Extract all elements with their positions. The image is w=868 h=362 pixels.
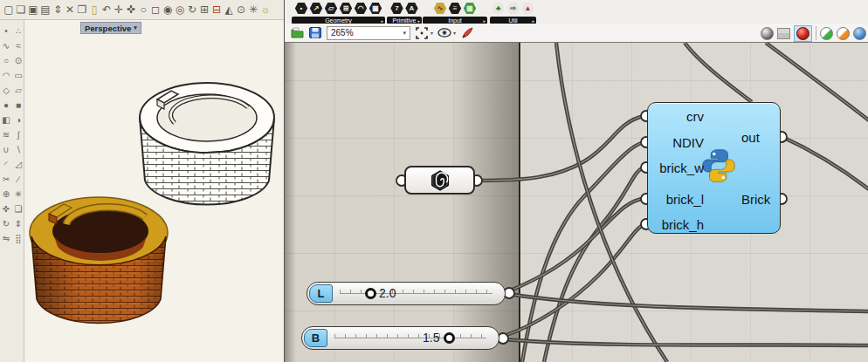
rotate-view-icon[interactable]: ↻ xyxy=(186,2,198,17)
sphere-tool-icon[interactable]: ● xyxy=(0,98,12,113)
slider-knob-L[interactable] xyxy=(365,288,376,299)
curve-parameter-component[interactable] xyxy=(404,166,475,195)
paste-from-clipboard-icon[interactable]: ▯ xyxy=(88,2,100,17)
sketch-quill-icon[interactable] xyxy=(460,26,474,39)
analyze-icon[interactable]: ◭ xyxy=(223,2,235,17)
panel-icon[interactable]: ≡ xyxy=(449,3,462,15)
lamp-light-icon[interactable]: ☼ xyxy=(259,2,272,17)
surface-tool-icon[interactable]: ▱ xyxy=(12,83,24,98)
chevron-down-icon[interactable]: ▾ xyxy=(453,30,456,36)
curve-tool-icon[interactable]: ∿ xyxy=(0,38,12,53)
expand-icon[interactable]: ▸ xyxy=(417,18,420,24)
join-tool-icon[interactable]: ⊕ xyxy=(0,187,12,201)
object-snap-icon[interactable]: ✳ xyxy=(247,2,259,17)
python-input-brick_h[interactable]: brick_h xyxy=(655,217,704,232)
zoom-dynamic-icon[interactable]: ○ xyxy=(137,2,149,17)
shaded-sphere-icon[interactable] xyxy=(761,27,774,40)
revolve-tool-icon[interactable]: ◑ xyxy=(12,113,24,127)
blue-ball-icon[interactable] xyxy=(853,27,866,40)
boolean-union-tool-icon[interactable]: ∪ xyxy=(0,142,12,157)
boolean-difference-tool-icon[interactable]: ∖ xyxy=(12,142,24,157)
rectangle-tool-icon[interactable]: ▭ xyxy=(12,68,24,83)
relay-icon[interactable]: ⇨ xyxy=(506,3,520,15)
ellipse-tool-icon[interactable]: ⊙ xyxy=(12,53,24,68)
save-file-icon[interactable]: ▣ xyxy=(27,2,39,17)
number-slider-B[interactable]: B1.5 xyxy=(301,326,499,350)
copy-to-clipboard-icon[interactable]: ❐ xyxy=(76,2,88,17)
slider-knob-B[interactable] xyxy=(444,332,455,344)
vector-hex-icon[interactable]: ↗ xyxy=(310,3,323,15)
python-input-brick_l[interactable]: brick_l xyxy=(655,192,704,207)
chevron-down-icon[interactable]: ▾ xyxy=(431,30,433,36)
tree-icon[interactable]: ♣ xyxy=(492,3,505,15)
grasshopper-canvas[interactable]: crvNDIVbrick_wbrick_lbrick_houtBrick L2.… xyxy=(285,43,868,362)
canvas-zoom-select[interactable]: 265% ▾ xyxy=(327,26,410,40)
red-gem-toggle-selected[interactable] xyxy=(794,25,812,42)
grid-hex-icon[interactable]: ⊞ xyxy=(340,3,353,15)
loft-tool-icon[interactable]: ≋ xyxy=(0,127,12,142)
curvature-circle-icon[interactable]: ⊙ xyxy=(235,2,247,17)
zoom-window-icon[interactable]: ◻ xyxy=(149,2,162,17)
rotate-tool-icon[interactable]: ↻ xyxy=(0,216,12,231)
green-ball-icon[interactable] xyxy=(820,27,833,40)
zoom-extents-icon[interactable] xyxy=(415,26,429,39)
move-icon[interactable]: ✜ xyxy=(125,2,137,17)
python-script-component[interactable]: crvNDIVbrick_wbrick_lbrick_houtBrick xyxy=(647,102,781,234)
mirror-tool-icon[interactable]: ⇋ xyxy=(0,231,12,246)
curve-hex-icon[interactable]: ◠ xyxy=(355,3,368,15)
python-input-brick_w[interactable]: brick_w xyxy=(655,161,704,175)
integer-hex-icon[interactable]: 7 xyxy=(390,3,403,15)
python-input-NDIV[interactable]: NDIV xyxy=(655,135,704,150)
zoom-selected-icon[interactable]: ◉ xyxy=(162,2,174,17)
slider-track[interactable]: 1.5 xyxy=(334,327,486,349)
text-hex-icon[interactable]: A xyxy=(405,3,418,15)
chamfer-tool-icon[interactable]: ◿ xyxy=(12,157,24,172)
delete-icon[interactable]: ✕ xyxy=(64,2,76,17)
python-output-out[interactable]: out xyxy=(741,130,760,145)
grid-snap-icon[interactable]: ⊞ xyxy=(198,2,210,17)
zoom-extents-icon[interactable]: ◎ xyxy=(174,2,186,17)
explode-tool-icon[interactable]: ✳ xyxy=(12,187,24,201)
box-tool-icon[interactable]: ■ xyxy=(12,98,24,113)
orange-ball-icon[interactable] xyxy=(837,27,850,40)
sweep-tool-icon[interactable]: ∫ xyxy=(12,127,24,142)
wireframe-box-icon[interactable] xyxy=(777,28,790,39)
python-output-Brick[interactable]: Brick xyxy=(741,192,770,207)
flask-icon[interactable]: ▲ xyxy=(521,3,534,15)
python-input-crv[interactable]: crv xyxy=(655,109,704,124)
render-preview-icon[interactable]: ⊟ xyxy=(210,2,223,17)
undo-icon[interactable]: ↶ xyxy=(100,2,113,17)
slider-track[interactable]: 2.0 xyxy=(340,283,493,304)
print-icon[interactable]: ▤ xyxy=(39,2,52,17)
expand-icon[interactable]: ▸ xyxy=(532,18,534,24)
move-tool-icon[interactable]: ✜ xyxy=(0,201,12,216)
extrude-tool-icon[interactable]: ◧ xyxy=(0,113,12,127)
point-hex-icon[interactable]: • xyxy=(295,3,308,15)
expand-icon[interactable]: ▸ xyxy=(483,18,486,24)
pan-view-icon[interactable]: ✛ xyxy=(113,2,125,17)
array-tool-icon[interactable]: ⣿ xyxy=(12,231,24,246)
save-definition-icon[interactable] xyxy=(308,26,322,39)
polygon-tool-icon[interactable]: ◇ xyxy=(0,83,12,98)
mesh-hex-icon[interactable]: ▦ xyxy=(369,3,382,15)
new-document-icon[interactable]: ▢ xyxy=(3,2,15,17)
fillet-tool-icon[interactable]: ◜ xyxy=(0,157,12,172)
point-cloud-tool-icon[interactable]: ∴ xyxy=(12,24,24,38)
plane-hex-icon[interactable]: ▱ xyxy=(325,3,338,15)
export-selected-icon[interactable]: ⇕ xyxy=(52,2,64,17)
expand-icon[interactable]: ▸ xyxy=(381,18,383,24)
interpolate-curve-tool-icon[interactable]: ≈ xyxy=(12,38,24,53)
viewport-tab-perspective[interactable]: Perspective ▾ xyxy=(80,22,141,34)
number-slider-L[interactable]: L2.0 xyxy=(307,282,506,305)
number-slider-icon[interactable]: ∿ xyxy=(434,3,447,15)
split-tool-icon[interactable]: ∕ xyxy=(12,172,24,187)
copy-tool-icon[interactable]: ❏ xyxy=(12,201,24,216)
open-file-icon[interactable]: ❏ xyxy=(15,2,27,17)
scale-tool-icon[interactable]: ⇕ xyxy=(12,216,24,231)
colour-swatch-icon[interactable]: ▦ xyxy=(464,3,477,15)
circle-tool-icon[interactable]: ○ xyxy=(0,53,12,68)
rhino-viewport[interactable]: Perspective ▾ xyxy=(24,20,284,362)
open-definition-icon[interactable] xyxy=(290,26,304,39)
preview-eye-icon[interactable] xyxy=(437,26,451,39)
trim-tool-icon[interactable]: ✂ xyxy=(0,172,12,187)
